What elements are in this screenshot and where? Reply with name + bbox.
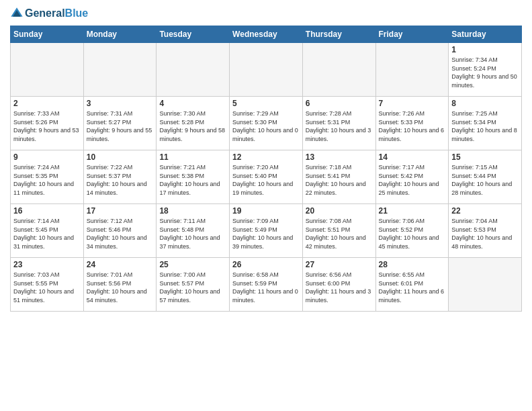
calendar-cell: 27Sunrise: 6:56 AM Sunset: 6:00 PM Dayli…	[302, 258, 375, 312]
day-info: Sunrise: 7:06 AM Sunset: 5:52 PM Dayligh…	[379, 217, 446, 250]
weekday-header-tuesday: Tuesday	[157, 26, 230, 43]
calendar-cell	[11, 43, 84, 97]
weekday-header-monday: Monday	[83, 26, 157, 43]
calendar-cell: 2Sunrise: 7:33 AM Sunset: 5:26 PM Daylig…	[11, 97, 84, 150]
day-info: Sunrise: 7:30 AM Sunset: 5:28 PM Dayligh…	[159, 109, 226, 143]
calendar-cell	[375, 43, 449, 97]
calendar-week-4: 16Sunrise: 7:14 AM Sunset: 5:45 PM Dayli…	[11, 204, 522, 258]
day-info: Sunrise: 6:58 AM Sunset: 5:59 PM Dayligh…	[232, 271, 300, 304]
day-number: 26	[232, 260, 300, 269]
calendar-cell: 20Sunrise: 7:08 AM Sunset: 5:51 PM Dayli…	[302, 204, 375, 258]
day-info: Sunrise: 7:11 AM Sunset: 5:48 PM Dayligh…	[159, 217, 226, 250]
calendar-table: SundayMondayTuesdayWednesdayThursdayFrid…	[10, 26, 522, 312]
day-number: 24	[87, 260, 154, 269]
calendar-cell: 11Sunrise: 7:21 AM Sunset: 5:38 PM Dayli…	[157, 150, 230, 204]
day-info: Sunrise: 7:18 AM Sunset: 5:41 PM Dayligh…	[306, 163, 373, 197]
calendar-cell: 14Sunrise: 7:17 AM Sunset: 5:42 PM Dayli…	[375, 150, 449, 204]
day-info: Sunrise: 7:28 AM Sunset: 5:31 PM Dayligh…	[306, 109, 373, 143]
day-number: 25	[159, 260, 226, 269]
weekday-header-friday: Friday	[375, 26, 449, 43]
page-container: GeneralBlue SundayMondayTuesdayWednesday…	[0, 0, 532, 318]
day-number: 3	[87, 99, 154, 108]
day-info: Sunrise: 7:04 AM Sunset: 5:53 PM Dayligh…	[451, 217, 519, 250]
day-info: Sunrise: 7:20 AM Sunset: 5:40 PM Dayligh…	[232, 163, 300, 197]
calendar-cell: 24Sunrise: 7:01 AM Sunset: 5:56 PM Dayli…	[83, 258, 157, 312]
day-info: Sunrise: 6:56 AM Sunset: 6:00 PM Dayligh…	[306, 271, 373, 304]
calendar-cell: 17Sunrise: 7:12 AM Sunset: 5:46 PM Dayli…	[83, 204, 157, 258]
day-info: Sunrise: 7:29 AM Sunset: 5:30 PM Dayligh…	[232, 109, 300, 143]
day-info: Sunrise: 7:08 AM Sunset: 5:51 PM Dayligh…	[306, 217, 373, 250]
calendar-week-5: 23Sunrise: 7:03 AM Sunset: 5:55 PM Dayli…	[11, 258, 522, 312]
calendar-cell: 25Sunrise: 7:00 AM Sunset: 5:57 PM Dayli…	[157, 258, 230, 312]
calendar-cell: 8Sunrise: 7:25 AM Sunset: 5:34 PM Daylig…	[449, 97, 522, 150]
calendar-cell: 21Sunrise: 7:06 AM Sunset: 5:52 PM Dayli…	[375, 204, 449, 258]
day-number: 12	[232, 152, 300, 162]
calendar-body: 1Sunrise: 7:34 AM Sunset: 5:24 PM Daylig…	[11, 43, 522, 312]
calendar-cell: 12Sunrise: 7:20 AM Sunset: 5:40 PM Dayli…	[230, 150, 303, 204]
day-number: 20	[306, 206, 373, 216]
day-number: 16	[13, 206, 81, 216]
day-number: 4	[159, 99, 226, 108]
day-number: 28	[379, 260, 446, 269]
day-info: Sunrise: 7:09 AM Sunset: 5:49 PM Dayligh…	[232, 217, 300, 250]
day-info: Sunrise: 7:03 AM Sunset: 5:55 PM Dayligh…	[13, 271, 81, 304]
calendar-cell	[157, 43, 230, 97]
day-info: Sunrise: 7:21 AM Sunset: 5:38 PM Dayligh…	[159, 163, 226, 197]
day-number: 6	[306, 99, 373, 108]
calendar-cell: 5Sunrise: 7:29 AM Sunset: 5:30 PM Daylig…	[230, 97, 303, 150]
calendar-cell: 22Sunrise: 7:04 AM Sunset: 5:53 PM Dayli…	[449, 204, 522, 258]
day-number: 23	[13, 260, 81, 269]
day-info: Sunrise: 7:00 AM Sunset: 5:57 PM Dayligh…	[159, 271, 226, 304]
calendar-cell: 6Sunrise: 7:28 AM Sunset: 5:31 PM Daylig…	[302, 97, 375, 150]
calendar-cell: 1Sunrise: 7:34 AM Sunset: 5:24 PM Daylig…	[449, 43, 522, 97]
calendar-cell: 16Sunrise: 7:14 AM Sunset: 5:45 PM Dayli…	[11, 204, 84, 258]
day-number: 14	[379, 152, 446, 162]
calendar-cell: 28Sunrise: 6:55 AM Sunset: 6:01 PM Dayli…	[375, 258, 449, 312]
calendar-week-3: 9Sunrise: 7:24 AM Sunset: 5:35 PM Daylig…	[11, 150, 522, 204]
day-number: 9	[13, 152, 81, 162]
day-number: 19	[232, 206, 300, 216]
day-number: 1	[451, 45, 519, 54]
calendar-cell	[83, 43, 157, 97]
logo-text: GeneralBlue	[25, 7, 88, 19]
day-info: Sunrise: 7:33 AM Sunset: 5:26 PM Dayligh…	[13, 109, 81, 143]
calendar-week-2: 2Sunrise: 7:33 AM Sunset: 5:26 PM Daylig…	[11, 97, 522, 150]
calendar-cell: 15Sunrise: 7:15 AM Sunset: 5:44 PM Dayli…	[449, 150, 522, 204]
day-info: Sunrise: 7:22 AM Sunset: 5:37 PM Dayligh…	[87, 163, 154, 197]
day-number: 21	[379, 206, 446, 216]
day-info: Sunrise: 7:25 AM Sunset: 5:34 PM Dayligh…	[451, 109, 519, 143]
logo-icon	[10, 7, 24, 20]
day-number: 5	[232, 99, 300, 108]
calendar-cell: 7Sunrise: 7:26 AM Sunset: 5:33 PM Daylig…	[375, 97, 449, 150]
calendar-cell	[302, 43, 375, 97]
day-number: 7	[379, 99, 446, 108]
calendar-cell: 10Sunrise: 7:22 AM Sunset: 5:37 PM Dayli…	[83, 150, 157, 204]
day-number: 22	[451, 206, 519, 216]
calendar-cell: 19Sunrise: 7:09 AM Sunset: 5:49 PM Dayli…	[230, 204, 303, 258]
day-info: Sunrise: 7:34 AM Sunset: 5:24 PM Dayligh…	[451, 56, 519, 89]
day-number: 27	[306, 260, 373, 269]
day-number: 15	[451, 152, 519, 162]
day-info: Sunrise: 7:26 AM Sunset: 5:33 PM Dayligh…	[379, 109, 446, 143]
day-info: Sunrise: 7:17 AM Sunset: 5:42 PM Dayligh…	[379, 163, 446, 197]
weekday-header-saturday: Saturday	[449, 26, 522, 43]
calendar-cell: 9Sunrise: 7:24 AM Sunset: 5:35 PM Daylig…	[11, 150, 84, 204]
day-number: 11	[159, 152, 226, 162]
day-number: 8	[451, 99, 519, 108]
day-info: Sunrise: 7:15 AM Sunset: 5:44 PM Dayligh…	[451, 163, 519, 197]
weekday-header-row: SundayMondayTuesdayWednesdayThursdayFrid…	[11, 26, 522, 43]
day-info: Sunrise: 7:14 AM Sunset: 5:45 PM Dayligh…	[13, 217, 81, 250]
day-info: Sunrise: 7:31 AM Sunset: 5:27 PM Dayligh…	[87, 109, 154, 143]
calendar-cell: 4Sunrise: 7:30 AM Sunset: 5:28 PM Daylig…	[157, 97, 230, 150]
weekday-header-sunday: Sunday	[11, 26, 84, 43]
day-number: 2	[13, 99, 81, 108]
calendar-cell	[449, 258, 522, 312]
calendar-cell: 18Sunrise: 7:11 AM Sunset: 5:48 PM Dayli…	[157, 204, 230, 258]
day-info: Sunrise: 7:01 AM Sunset: 5:56 PM Dayligh…	[87, 271, 154, 304]
page-header: GeneralBlue	[10, 7, 522, 20]
day-number: 17	[87, 206, 154, 216]
day-number: 13	[306, 152, 373, 162]
weekday-header-thursday: Thursday	[302, 26, 375, 43]
day-info: Sunrise: 6:55 AM Sunset: 6:01 PM Dayligh…	[379, 271, 446, 304]
calendar-cell: 26Sunrise: 6:58 AM Sunset: 5:59 PM Dayli…	[230, 258, 303, 312]
